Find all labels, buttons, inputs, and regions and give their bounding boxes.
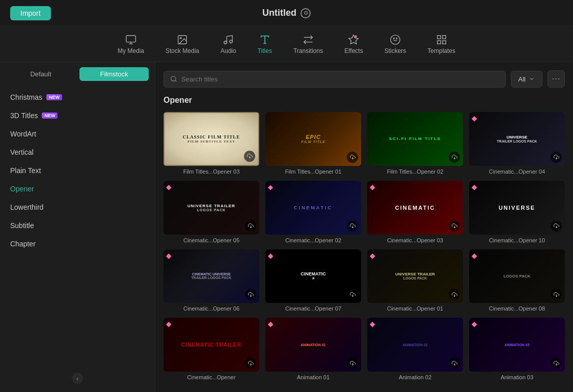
premium-badge: ◆ bbox=[472, 252, 477, 260]
nav-transitions[interactable]: Transitions bbox=[285, 30, 331, 59]
download-button[interactable] bbox=[347, 357, 358, 369]
svg-point-17 bbox=[171, 76, 176, 81]
download-button[interactable] bbox=[449, 357, 460, 369]
card-cinematic-opener-07[interactable]: CINEMATIC★◆Cinematic...Opener 07 bbox=[265, 249, 361, 312]
download-button[interactable] bbox=[551, 357, 562, 369]
search-row: All ··· bbox=[163, 70, 565, 88]
sidebar-item-wordart[interactable]: WordArt bbox=[0, 125, 155, 143]
nav-audio[interactable]: Audio bbox=[212, 30, 244, 59]
sidebar-item-chapter[interactable]: Chapter bbox=[0, 235, 155, 253]
sidebar: Default Filmstock Christmas NEW 3D Title… bbox=[0, 62, 155, 392]
chevron-down-icon bbox=[529, 76, 535, 82]
nav-bar: My Media Stock Media Audio Titles Transi… bbox=[0, 26, 573, 62]
premium-badge: ◆ bbox=[370, 183, 376, 191]
nav-titles[interactable]: Titles bbox=[250, 30, 280, 59]
filter-button[interactable]: All bbox=[511, 71, 542, 88]
more-options-button[interactable]: ··· bbox=[548, 70, 565, 88]
nav-stickers[interactable]: Stickers bbox=[376, 30, 415, 59]
nav-effects[interactable]: Effects bbox=[336, 30, 371, 59]
download-button[interactable] bbox=[551, 289, 562, 300]
main-area: All ··· Opener CLASSIC FILM TITLEFILM SU… bbox=[155, 62, 573, 392]
svg-rect-15 bbox=[443, 40, 446, 43]
sidebar-tabs: Default Filmstock bbox=[0, 62, 155, 86]
nav-templates[interactable]: Templates bbox=[419, 30, 463, 59]
svg-line-18 bbox=[175, 80, 177, 82]
import-button[interactable]: Import bbox=[10, 6, 51, 20]
svg-rect-13 bbox=[437, 35, 440, 38]
download-button[interactable] bbox=[245, 357, 256, 369]
project-title: Untitled ⊙ bbox=[262, 8, 311, 18]
tab-filmstock[interactable]: Filmstock bbox=[79, 67, 149, 81]
card-label: Cinematic...Opener 01 bbox=[367, 305, 463, 312]
card-cinematic-opener-03[interactable]: CINEMATIC◆Cinematic...Opener 03 bbox=[367, 181, 463, 243]
card-label: Cinematic...Opener 04 bbox=[469, 169, 565, 175]
sidebar-item-plain-text[interactable]: Plain Text bbox=[0, 161, 155, 180]
download-button[interactable] bbox=[449, 152, 460, 163]
card-cinematic-opener-05[interactable]: UNIVERSE TRAILERLOGOS PACK◆Cinematic...O… bbox=[163, 181, 259, 243]
nav-my-media[interactable]: My Media bbox=[110, 30, 152, 59]
sidebar-item-subtitle[interactable]: Subtitle bbox=[0, 216, 155, 235]
download-button[interactable] bbox=[551, 220, 562, 232]
premium-badge: ◆ bbox=[166, 183, 172, 191]
svg-point-6 bbox=[230, 40, 233, 43]
sidebar-item-lowerthird[interactable]: Lowerthird bbox=[0, 198, 155, 216]
download-button[interactable] bbox=[449, 289, 460, 300]
premium-badge: ◆ bbox=[472, 320, 477, 328]
premium-badge: ◆ bbox=[166, 252, 171, 260]
card-cinematic-opener-04[interactable]: UNIVERSETRAILER LOGOS PACK◆Cinematic...O… bbox=[469, 112, 565, 175]
svg-point-5 bbox=[224, 41, 227, 44]
svg-rect-16 bbox=[437, 40, 440, 43]
card-opener-02[interactable]: SCI-FI FILM TITLEFilm Titles...Opener 02 bbox=[367, 112, 463, 175]
card-label: Cinematic...Opener 05 bbox=[163, 237, 259, 243]
content-area: Default Filmstock Christmas NEW 3D Title… bbox=[0, 62, 573, 392]
card-cinematic-opener-06[interactable]: CINEMATIC UNIVERSETRAILER LOGOS PACK◆Cin… bbox=[163, 249, 259, 312]
card-label: Cinematic...Opener 03 bbox=[367, 237, 463, 243]
download-button[interactable] bbox=[245, 289, 256, 300]
sidebar-item-3d-titles[interactable]: 3D Titles NEW bbox=[0, 106, 155, 125]
card-opener-01[interactable]: EPICFILM TITLEFilm Titles...Opener 01 bbox=[265, 112, 361, 175]
download-button[interactable] bbox=[347, 289, 358, 300]
premium-badge: ◆ bbox=[268, 252, 273, 260]
card-cinematic-opener-row3-1[interactable]: CINEMATIC TRAILER◆Cinematic...Opener bbox=[163, 318, 259, 380]
svg-point-11 bbox=[393, 38, 394, 39]
tab-default[interactable]: Default bbox=[6, 67, 75, 81]
premium-badge: ◆ bbox=[370, 320, 375, 328]
card-cinematic-opener-02[interactable]: CINEMATIC◆Cinematic...Opener 02 bbox=[265, 181, 361, 243]
download-button[interactable] bbox=[347, 220, 358, 232]
download-button[interactable] bbox=[449, 220, 460, 232]
premium-badge: ◆ bbox=[166, 320, 172, 328]
sidebar-item-christmas[interactable]: Christmas NEW bbox=[0, 88, 155, 106]
search-box bbox=[163, 71, 506, 88]
search-icon bbox=[170, 75, 177, 82]
card-animation-01[interactable]: ANIMATION 01◆Animation 01 bbox=[265, 318, 361, 380]
search-input[interactable] bbox=[181, 75, 499, 83]
download-button[interactable] bbox=[347, 152, 358, 163]
badge-new-3dtitles: NEW bbox=[42, 113, 58, 119]
premium-badge: ◆ bbox=[472, 183, 478, 191]
premium-badge: ◆ bbox=[268, 183, 275, 191]
card-animation-03[interactable]: ANIMATION 03◆Animation 03 bbox=[469, 318, 565, 380]
card-opener-03[interactable]: CLASSIC FILM TITLEFILM SUBTITLE TEXTFilm… bbox=[163, 112, 259, 175]
card-cinematic-opener-08[interactable]: LOGOS PACK◆Cinematic...Opener 08 bbox=[469, 249, 565, 312]
download-button[interactable] bbox=[551, 152, 562, 163]
badge-new-christmas: NEW bbox=[46, 94, 62, 100]
card-label: Film Titles...Opener 02 bbox=[367, 169, 463, 175]
sidebar-item-vertical[interactable]: Vertical bbox=[0, 143, 155, 161]
svg-rect-0 bbox=[126, 35, 135, 42]
sidebar-collapse-button[interactable]: ‹ bbox=[72, 373, 83, 384]
premium-badge: ◆ bbox=[472, 115, 477, 122]
card-label: Cinematic...Opener 02 bbox=[265, 237, 361, 243]
card-label: Cinematic...Opener bbox=[163, 374, 259, 380]
section-title: Opener bbox=[163, 96, 565, 105]
download-button[interactable] bbox=[245, 220, 256, 232]
sidebar-item-opener[interactable]: Opener bbox=[0, 180, 155, 198]
download-button[interactable] bbox=[244, 151, 255, 162]
project-options-icon[interactable]: ⊙ bbox=[301, 8, 311, 18]
nav-stock-media[interactable]: Stock Media bbox=[157, 30, 207, 59]
card-label: Cinematic...Opener 06 bbox=[163, 305, 259, 312]
card-label: Cinematic...Opener 08 bbox=[469, 305, 565, 312]
card-label: Film Titles...Opener 03 bbox=[163, 169, 259, 175]
card-cinematic-opener-01[interactable]: UNIVERSE TRAILERLOGOS PACK◆Cinematic...O… bbox=[367, 249, 463, 312]
card-animation-02[interactable]: ANIMATION 02◆Animation 02 bbox=[367, 318, 463, 380]
card-cinematic-opener-10[interactable]: UNIVERSE◆Cinematic...Opener 10 bbox=[469, 181, 565, 243]
